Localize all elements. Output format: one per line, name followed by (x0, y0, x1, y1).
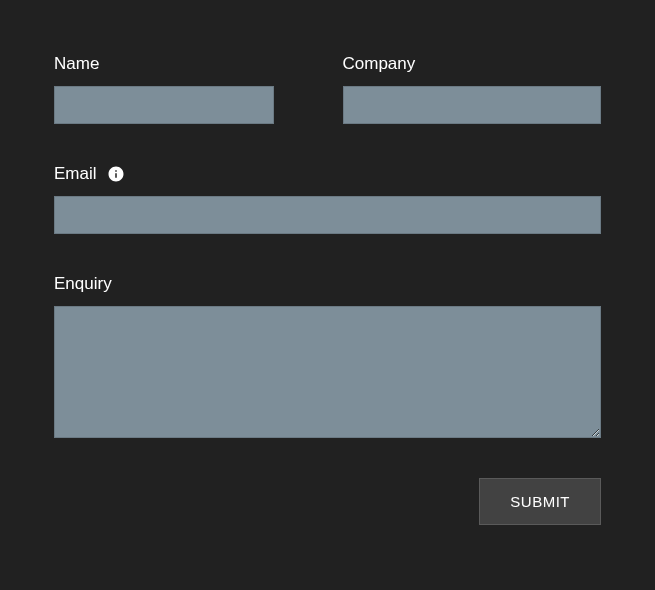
form-row-1: Name Company (54, 54, 601, 124)
enquiry-field: Enquiry (54, 274, 601, 438)
name-input[interactable] (54, 86, 274, 124)
email-input[interactable] (54, 196, 601, 234)
email-label-row: Email (54, 164, 601, 184)
company-label: Company (343, 54, 416, 74)
email-field: Email (54, 164, 601, 234)
name-label: Name (54, 54, 99, 74)
form-row-3: Enquiry (54, 274, 601, 438)
name-field: Name (54, 54, 313, 124)
company-label-row: Company (343, 54, 602, 74)
contact-form: Name Company Email (24, 24, 631, 525)
name-label-row: Name (54, 54, 313, 74)
company-input[interactable] (343, 86, 602, 124)
email-label: Email (54, 164, 97, 184)
enquiry-label: Enquiry (54, 274, 112, 294)
info-icon[interactable] (107, 165, 125, 183)
contact-form-panel: Name Company Email (0, 0, 655, 590)
enquiry-textarea[interactable] (54, 306, 601, 438)
submit-button[interactable]: SUBMIT (479, 478, 601, 525)
enquiry-label-row: Enquiry (54, 274, 601, 294)
button-row: SUBMIT (54, 478, 601, 525)
form-row-2: Email (54, 164, 601, 234)
company-field: Company (343, 54, 602, 124)
